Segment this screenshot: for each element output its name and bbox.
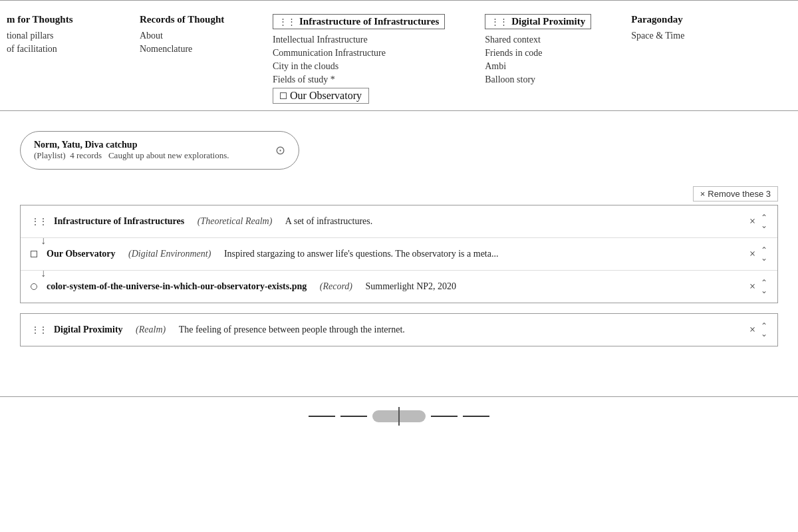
nav-col-4-header: Digital Proximity: [511, 16, 585, 27]
nav-col-3-header-box[interactable]: ⋮⋮ Infrastructure of Infrastructures: [273, 14, 445, 29]
nav-col-1-header[interactable]: m for Thoughts: [7, 14, 72, 25]
nav-col-3: ⋮⋮ Infrastructure of Infrastructures Int…: [253, 14, 465, 104]
table-row: ⋮⋮ Digital Proximity (Realm) The feeling…: [21, 314, 777, 346]
item-row-content-1: ⋮⋮ Infrastructure of Infrastructures (Th…: [31, 216, 749, 227]
item-actions-2: × ⌃ ⌄: [749, 246, 767, 262]
dash-1: [309, 416, 335, 417]
nav-item-shared[interactable]: Shared context: [485, 35, 541, 45]
item-name-2[interactable]: Our Observatory: [47, 249, 116, 259]
nav-item-ambi[interactable]: Ambi: [485, 61, 506, 72]
nav-col-1: m for Thoughts tional pillars of facilit…: [0, 14, 120, 57]
playlist-title: Norm, Yatu, Diva catchup: [34, 140, 262, 150]
item-actions-1: × ⌃ ⌄: [749, 213, 767, 229]
playlist-description: Caught up about new explorations.: [108, 150, 229, 160]
nav-item-balloon[interactable]: Balloon story: [485, 74, 535, 85]
item-reorder-1[interactable]: ⌃ ⌄: [761, 213, 767, 229]
item-desc-2: Inspired stargazing to answer life's que…: [224, 249, 499, 259]
item-actions-3: × ⌃ ⌄: [749, 279, 767, 295]
nav-item-about[interactable]: About: [140, 31, 163, 41]
nav-item-facilitation[interactable]: of facilitation: [7, 44, 57, 55]
item-reorder-4[interactable]: ⌃ ⌄: [761, 322, 767, 338]
square-icon-active: [280, 92, 287, 99]
item-desc-4: The feeling of presence between people t…: [179, 325, 405, 335]
chevron-down-3: ⌄: [761, 287, 767, 295]
bracket-icon-row1: ⋮⋮: [31, 216, 47, 227]
item-row-content-3: color-system-of-the-universe-in-which-ou…: [31, 281, 749, 292]
center-bar: [398, 407, 400, 426]
chevron-down-4: ⌄: [761, 330, 767, 338]
nav-item-friends[interactable]: Friends in code: [485, 48, 542, 59]
main-content: Norm, Yatu, Diva catchup (Playlist) 4 re…: [0, 111, 798, 370]
table-row: color-system-of-the-universe-in-which-ou…: [21, 271, 777, 303]
playlist-record-count: 4 records: [70, 150, 102, 160]
item-actions-4: × ⌃ ⌄: [749, 322, 767, 338]
item-type-1: (Theoretical Realm): [198, 216, 273, 227]
nav-col-2: Records of Thought About Nomenclature: [120, 14, 253, 57]
item-desc-1: A set of infrastructures.: [285, 216, 372, 227]
dash-4: [463, 416, 489, 417]
bracket-icon-row4: ⋮⋮: [31, 325, 47, 336]
item-row-content-4: ⋮⋮ Digital Proximity (Realm) The feeling…: [31, 325, 749, 336]
pill-divider: [372, 410, 426, 422]
nav-item-observatory-label: Our Observatory: [290, 90, 362, 102]
playlist-card[interactable]: Norm, Yatu, Diva catchup (Playlist) 4 re…: [20, 131, 299, 170]
navigation: m for Thoughts tional pillars of facilit…: [0, 1, 798, 111]
bracket-icon-col3: ⋮⋮: [279, 17, 296, 27]
nav-col-5: Paragonday Space & Time: [611, 14, 718, 44]
item-close-4[interactable]: ×: [749, 324, 755, 336]
item-desc-3: Summerlight NP2, 2020: [366, 281, 457, 292]
bottom-area: [0, 396, 798, 422]
nav-col-2-header[interactable]: Records of Thought: [140, 14, 224, 25]
chevron-down-1: ⌄: [761, 221, 767, 229]
items-group-1: ⋮⋮ Infrastructure of Infrastructures (Th…: [20, 205, 778, 303]
item-name-4[interactable]: Digital Proximity: [54, 325, 123, 335]
item-close-3[interactable]: ×: [749, 281, 755, 293]
nav-item-communication[interactable]: Communication Infrastructure: [273, 48, 386, 59]
dash-2: [340, 416, 367, 417]
table-row: ⋮⋮ Infrastructure of Infrastructures (Th…: [21, 205, 777, 238]
playlist-card-text: Norm, Yatu, Diva catchup (Playlist) 4 re…: [34, 140, 262, 161]
playlist-subtitle-label: (Playlist): [34, 150, 66, 160]
nav-col-3-header: Infrastructure of Infrastructures: [299, 16, 439, 27]
nav-item-city[interactable]: City in the clouds: [273, 61, 338, 72]
item-reorder-2[interactable]: ⌃ ⌄: [761, 246, 767, 262]
dash-3: [431, 416, 458, 417]
circle-icon-row3: [31, 283, 37, 290]
row-connector-2: ↓: [41, 267, 46, 279]
remove-button[interactable]: × Remove these 3: [693, 186, 778, 201]
nav-item-space[interactable]: Space & Time: [631, 31, 684, 41]
bracket-icon-col4: ⋮⋮: [491, 17, 508, 27]
item-name-1[interactable]: Infrastructure of Infrastructures: [54, 216, 184, 227]
bottom-divider: [309, 410, 489, 422]
table-row: Our Observatory (Digital Environment) In…: [21, 238, 777, 271]
nav-item-pillars[interactable]: tional pillars: [7, 31, 53, 41]
nav-item-observatory-active[interactable]: Our Observatory: [273, 88, 369, 104]
item-close-1[interactable]: ×: [749, 215, 755, 227]
nav-columns-wrapper: m for Thoughts tional pillars of facilit…: [0, 14, 798, 104]
square-icon-row2: [31, 251, 37, 257]
item-name-3[interactable]: color-system-of-the-universe-in-which-ou…: [47, 281, 307, 292]
nav-item-intellectual[interactable]: Intellectual Infrastructure: [273, 35, 368, 45]
nav-col-5-header[interactable]: Paragonday: [631, 14, 683, 25]
nav-item-nomenclature[interactable]: Nomenclature: [140, 44, 192, 55]
item-type-4: (Realm): [136, 325, 166, 335]
item-type-3: (Record): [320, 281, 352, 292]
chevron-down-2: ⌄: [761, 254, 767, 262]
playlist-subtitle: (Playlist) 4 records Caught up about new…: [34, 150, 262, 161]
item-type-2: (Digital Environment): [128, 249, 211, 259]
row-connector-1: ↓: [41, 235, 46, 247]
item-row-content-2: Our Observatory (Digital Environment) In…: [31, 249, 749, 259]
nav-col-4: ⋮⋮ Digital Proximity Shared context Frie…: [465, 14, 611, 88]
nav-col-4-header-box[interactable]: ⋮⋮ Digital Proximity: [485, 14, 591, 29]
remove-label: Remove these 3: [708, 189, 771, 199]
remove-close-icon: ×: [700, 189, 706, 199]
remove-bar: × Remove these 3: [20, 186, 778, 201]
nav-item-fields[interactable]: Fields of study *: [273, 74, 335, 85]
playlist-circle-icon: ⊙: [275, 143, 285, 158]
item-reorder-3[interactable]: ⌃ ⌄: [761, 279, 767, 295]
item-close-2[interactable]: ×: [749, 248, 755, 260]
items-group-2: ⋮⋮ Digital Proximity (Realm) The feeling…: [20, 313, 778, 346]
